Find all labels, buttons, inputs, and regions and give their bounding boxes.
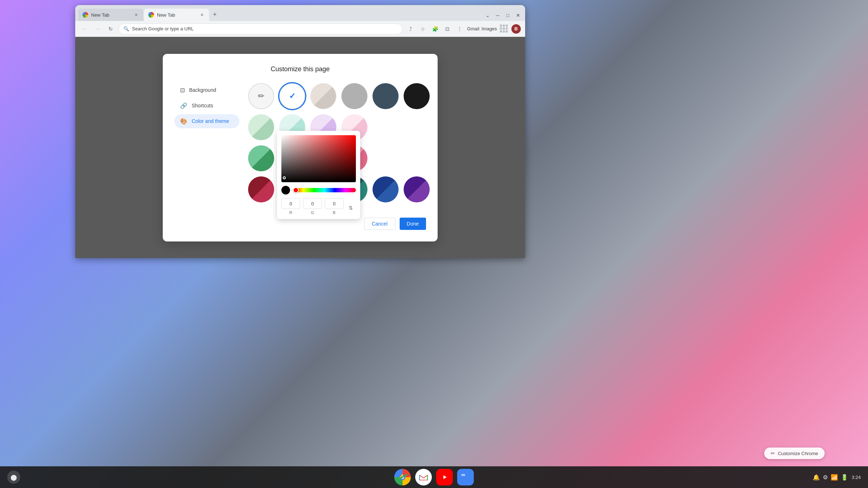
customize-chrome-button[interactable]: ✏ Customize Chrome <box>764 448 825 459</box>
youtube-icon <box>439 474 450 481</box>
color-row-1: ✏ <box>248 83 430 109</box>
taskbar-chrome[interactable] <box>394 469 411 485</box>
r-input-group: R <box>281 198 300 215</box>
system-tray: 🔔 ⚙ 📶 🔋 3:24 <box>813 474 861 481</box>
color-purple-dark[interactable] <box>404 176 430 202</box>
images-link[interactable]: Images <box>481 26 497 31</box>
cancel-button[interactable]: Cancel <box>364 218 395 230</box>
done-button[interactable]: Done <box>400 218 426 230</box>
taskbar-youtube[interactable] <box>436 469 453 485</box>
launcher-button[interactable]: ⬤ <box>7 471 20 484</box>
taskbar-files[interactable] <box>457 469 474 485</box>
gmail-link[interactable]: Gmail <box>467 26 479 31</box>
share-button[interactable]: ⤴ <box>405 24 416 34</box>
g-input-group: G <box>303 198 322 215</box>
sidebar-item-color-theme-label: Color and theme <box>192 118 229 124</box>
clock: 3:24 <box>852 475 861 480</box>
tab-1-close[interactable]: ✕ <box>133 12 139 18</box>
hex-toggle-button[interactable]: ⇅ <box>346 204 355 212</box>
svg-rect-2 <box>419 475 420 480</box>
gmail-icon <box>419 474 428 481</box>
color-picker-popup: R G B ⇅ <box>277 131 360 219</box>
toolbar: ← → ↻ 🔍 Search Google or type a URL ⤴ ☆ … <box>75 21 525 37</box>
color-gradient-area[interactable] <box>281 135 356 182</box>
modal-footer: Cancel Done <box>174 218 426 230</box>
color-navy[interactable] <box>373 176 399 202</box>
color-wine[interactable] <box>248 176 274 202</box>
color-dark-blue-gray[interactable] <box>373 83 399 109</box>
forward-button[interactable]: → <box>93 24 103 34</box>
tab-2-favicon <box>148 12 154 18</box>
svg-rect-7 <box>461 474 465 476</box>
tab-search-button[interactable]: ⌄ <box>483 11 492 20</box>
color-white[interactable] <box>279 83 305 109</box>
bookmark-button[interactable]: ☆ <box>418 24 428 34</box>
shortcuts-icon: 🔗 <box>180 102 187 109</box>
battery-icon[interactable]: 🔋 <box>841 474 848 481</box>
gradient-handle[interactable] <box>283 176 286 179</box>
notification-icon[interactable]: 🔔 <box>813 474 820 481</box>
color-green-light[interactable] <box>248 114 274 140</box>
tray-icons: 🔔 ⚙ 📶 🔋 <box>813 474 848 481</box>
r-label: R <box>289 210 292 215</box>
tab-2-close[interactable]: ✕ <box>199 12 205 18</box>
wifi-icon[interactable]: 📶 <box>831 474 838 481</box>
tab-2-title: New Tab <box>157 12 196 18</box>
files-icon <box>461 472 470 482</box>
g-input[interactable] <box>303 198 322 209</box>
background-icon: ⊡ <box>180 87 185 94</box>
minimize-button[interactable]: ─ <box>493 11 502 20</box>
restore-button[interactable]: □ <box>503 11 512 20</box>
new-tab-button[interactable]: + <box>210 9 220 20</box>
taskbar: ⬤ 🔔 ⚙ <box>0 466 868 488</box>
b-input[interactable] <box>325 198 344 209</box>
customize-chrome-label: Customize Chrome <box>778 451 818 456</box>
toolbar-right: ⤴ ☆ 🧩 ⊡ ⋮ Gmail Images B <box>405 24 521 34</box>
b-label: B <box>333 210 335 215</box>
back-button[interactable]: ← <box>80 24 90 34</box>
apps-grid-icon <box>500 25 509 33</box>
color-preview-circle <box>281 186 290 194</box>
chrome-labs-button[interactable]: ⊡ <box>442 24 452 34</box>
tab-bar: New Tab ✕ New Tab ✕ + ⌄ ─ □ ✕ <box>75 5 525 21</box>
profile-avatar[interactable]: B <box>511 24 521 34</box>
extensions-button[interactable]: 🧩 <box>430 24 440 34</box>
r-input[interactable] <box>281 198 300 209</box>
svg-rect-3 <box>427 475 428 480</box>
browser-window: New Tab ✕ New Tab ✕ + ⌄ ─ □ ✕ ← → ↻ 🔍 Se… <box>75 5 525 258</box>
color-green-mid[interactable] <box>248 145 274 171</box>
sidebar-item-shortcuts[interactable]: 🔗 Shortcuts <box>174 99 239 113</box>
tab-1-favicon <box>82 12 88 18</box>
color-gray[interactable] <box>341 83 367 109</box>
tab-2[interactable]: New Tab ✕ <box>144 9 209 21</box>
apps-grid-button[interactable] <box>499 24 509 34</box>
sidebar-item-background-label: Background <box>189 87 216 93</box>
color-theme-icon: 🎨 <box>180 118 187 125</box>
chrome-icon <box>397 472 408 482</box>
color-black[interactable] <box>404 83 430 109</box>
settings-tray-icon[interactable]: ⚙ <box>823 474 828 481</box>
taskbar-gmail[interactable] <box>415 469 432 485</box>
hue-slider[interactable] <box>293 188 356 192</box>
hue-slider-container <box>281 186 356 194</box>
tab-1-title: New Tab <box>91 12 130 18</box>
close-window-button[interactable]: ✕ <box>514 11 522 20</box>
sidebar-item-background[interactable]: ⊡ Background <box>174 83 239 97</box>
g-label: G <box>311 210 314 215</box>
color-custom[interactable]: ✏ <box>248 83 274 109</box>
more-button[interactable]: ⋮ <box>455 24 465 34</box>
address-bar-text: Search Google or type a URL <box>132 26 398 31</box>
color-light-warm[interactable] <box>310 83 336 109</box>
tab-controls: ⌄ ─ □ ✕ <box>483 11 522 20</box>
reload-button[interactable]: ↻ <box>106 24 116 34</box>
sidebar-item-color-theme[interactable]: 🎨 Color and theme <box>174 114 239 128</box>
address-bar[interactable]: 🔍 Search Google or type a URL <box>119 23 403 34</box>
search-icon: 🔍 <box>123 26 129 31</box>
launcher-icon: ⬤ <box>10 474 17 481</box>
b-input-group: B <box>325 198 344 215</box>
hue-handle[interactable] <box>293 187 299 193</box>
sidebar-item-shortcuts-label: Shortcuts <box>192 103 213 108</box>
tab-1[interactable]: New Tab ✕ <box>78 9 143 21</box>
modal-sidebar: ⊡ Background 🔗 Shortcuts 🎨 Color and the… <box>174 83 239 207</box>
rgb-inputs: R G B ⇅ <box>281 198 356 215</box>
